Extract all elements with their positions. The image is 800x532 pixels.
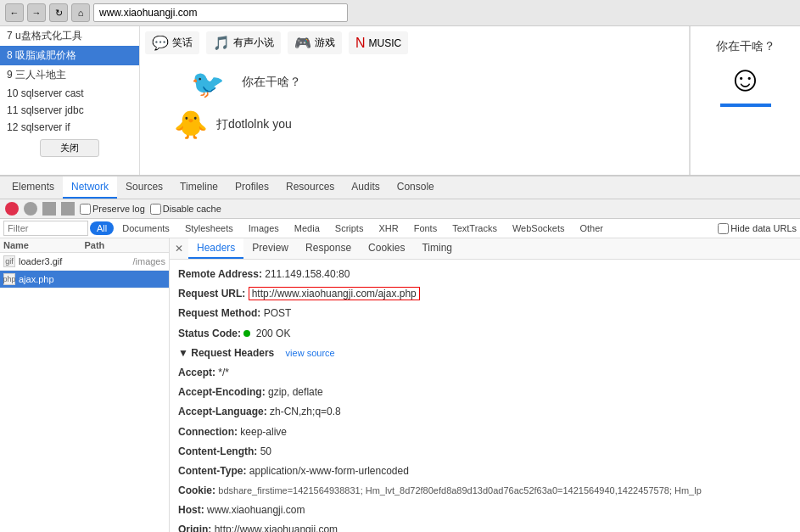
address-bar[interactable] — [93, 3, 348, 22]
tab-audits[interactable]: Audits — [343, 176, 388, 199]
category-item-audio: 🎵 有声小说 — [206, 31, 281, 54]
header-content-type: Content-Type: application/x-www-form-url… — [178, 462, 792, 481]
sidebar-item-9[interactable]: 9 三人斗地主 — [0, 65, 139, 85]
detail-close-button[interactable]: ✕ — [170, 241, 188, 256]
remote-address-value: 211.149.158.40:80 — [265, 268, 350, 280]
filter-tab-all[interactable]: All — [90, 221, 114, 235]
header-accept-label: Accept: — [178, 367, 215, 378]
col-path: Path — [85, 240, 166, 250]
request-method-label: Request Method: — [178, 307, 260, 319]
duck-emoji: 🐥 — [174, 109, 208, 141]
nav-bar: ← → ↻ ⌂ — [0, 0, 800, 26]
music-icon: N — [355, 36, 366, 51]
file-icon-php: php — [3, 273, 15, 285]
clear-button[interactable] — [24, 202, 37, 216]
category-label-music: MUSIC — [369, 37, 402, 49]
network-item-loader[interactable]: gif loader3.gif /images — [0, 253, 169, 271]
file-icon-gif: gif — [3, 255, 15, 267]
filter-tab-stylesheets[interactable]: Stylesheets — [178, 221, 240, 235]
status-code-row: Status Code: 200 OK — [178, 324, 792, 344]
header-accept-encoding: Accept-Encoding: gzip, deflate — [178, 383, 792, 402]
audio-icon: 🎵 — [213, 35, 230, 51]
hide-data-urls-label: Hide data URLs — [718, 223, 797, 234]
header-host: Host: www.xiaohuangji.com — [178, 501, 792, 520]
filter-tab-images[interactable]: Images — [242, 221, 286, 235]
header-origin: Origin: http://www.xiaohuangji.com — [178, 520, 792, 532]
filter-tab-websockets[interactable]: WebSockets — [506, 221, 572, 235]
filter-tab-media[interactable]: Media — [288, 221, 327, 235]
duck-area: 🐥 打dotlolnk you — [140, 109, 689, 141]
sidebar-item-11[interactable]: 11 sqlserver jdbc — [0, 102, 139, 119]
filter-tab-xhr[interactable]: XHR — [372, 221, 405, 235]
question-text: 你在干啥？ — [716, 39, 775, 54]
tab-sources[interactable]: Sources — [117, 176, 171, 199]
tab-network[interactable]: Network — [63, 176, 117, 199]
tab-elements[interactable]: Elements — [3, 176, 63, 199]
sidebar-item-8[interactable]: 8 吸脂减肥价格 — [0, 46, 139, 65]
page-area: 7 u盘格式化工具 8 吸脂减肥价格 9 三人斗地主 10 sqlserver … — [0, 26, 800, 175]
chat-icon: 💬 — [152, 35, 169, 51]
view-source-link[interactable]: view source — [286, 348, 335, 358]
sidebar-item-10[interactable]: 10 sqlserver cast — [0, 85, 139, 102]
category-label-chat: 笑话 — [172, 36, 193, 50]
network-filter-bar: All Documents Stylesheets Images Media S… — [0, 219, 800, 238]
header-content-type-label: Content-Type: — [178, 465, 246, 477]
smile-face: ☺ — [727, 61, 764, 97]
filter-tab-fonts[interactable]: Fonts — [407, 221, 445, 235]
status-code-label: Status Code: — [178, 328, 241, 339]
sidebar-item-12[interactable]: 12 sqlserver if — [0, 119, 139, 136]
filter-tab-texttracks[interactable]: TextTracks — [445, 221, 504, 235]
devtools-toolbar: Preserve log Disable cache — [0, 199, 800, 219]
disable-cache-checkbox[interactable] — [150, 204, 161, 215]
game-icon: 🎮 — [294, 35, 311, 51]
blue-bar — [720, 104, 771, 107]
record-button[interactable] — [5, 202, 19, 216]
detail-tab-response[interactable]: Response — [297, 238, 360, 259]
header-origin-value: http://www.xiaohuangji.com — [215, 524, 338, 532]
category-item-game: 🎮 游戏 — [288, 31, 342, 54]
sidebar: 7 u盘格式化工具 8 吸脂减肥价格 9 三人斗地主 10 sqlserver … — [0, 26, 140, 175]
dot-text: 打dotlolnk you — [216, 117, 292, 132]
header-content-type-value: application/x-www-form-urlencoded — [249, 465, 409, 477]
refresh-button[interactable]: ↻ — [49, 3, 68, 22]
close-button[interactable]: 关闭 — [40, 139, 99, 157]
remote-address-label: Remote Address: — [178, 268, 262, 280]
sidebar-item-7[interactable]: 7 u盘格式化工具 — [0, 26, 139, 46]
network-item-name-ajax: ajax.php — [19, 274, 54, 284]
header-connection-label: Connection: — [178, 426, 238, 438]
category-item-chat: 💬 笑话 — [145, 31, 199, 54]
preserve-log-checkbox[interactable] — [80, 204, 91, 215]
page-content: 💬 笑话 🎵 有声小说 🎮 游戏 N MUSIC 🐦 你在干啥？ 🐥 打dotl… — [140, 26, 690, 175]
network-item-ajax[interactable]: php ajax.php — [0, 271, 169, 288]
header-accept-language-label: Accept-Language: — [178, 406, 267, 417]
devtools-tabs-bar: Elements Network Sources Timeline Profil… — [0, 176, 800, 199]
request-url-value: http://www.xiaohuangji.com/ajax.php — [249, 287, 420, 300]
tab-timeline[interactable]: Timeline — [171, 176, 227, 199]
header-content-length-value: 50 — [260, 445, 271, 457]
filter-input[interactable] — [3, 221, 88, 236]
detail-tab-timing[interactable]: Timing — [413, 238, 461, 259]
hide-data-urls-checkbox[interactable] — [718, 223, 729, 234]
back-button[interactable]: ← — [5, 3, 24, 22]
list-icon[interactable] — [61, 202, 75, 216]
tab-console[interactable]: Console — [389, 176, 443, 199]
detail-tab-headers[interactable]: Headers — [188, 238, 243, 259]
filter-tab-scripts[interactable]: Scripts — [328, 221, 371, 235]
category-label-audio: 有声小说 — [233, 36, 274, 50]
tab-resources[interactable]: Resources — [277, 176, 343, 199]
filter-icon[interactable] — [42, 202, 56, 216]
header-cookie-label: Cookie: — [178, 484, 215, 496]
detail-tab-cookies[interactable]: Cookies — [360, 238, 413, 259]
filter-tab-documents[interactable]: Documents — [115, 221, 176, 235]
request-url-label: Request URL: — [178, 288, 245, 300]
header-connection: Connection: keep-alive — [178, 423, 792, 442]
network-list: Name Path gif loader3.gif /images php aj… — [0, 238, 800, 532]
home-button[interactable]: ⌂ — [71, 3, 90, 22]
detail-tab-preview[interactable]: Preview — [243, 238, 297, 259]
detail-panel-header: ✕ Headers Preview Response Cookies Timin… — [170, 238, 800, 260]
network-item-path-loader: /images — [132, 256, 165, 266]
forward-button[interactable]: → — [27, 3, 46, 22]
tab-profiles[interactable]: Profiles — [227, 176, 277, 199]
filter-tab-other[interactable]: Other — [573, 221, 611, 235]
category-list: 💬 笑话 🎵 有声小说 🎮 游戏 N MUSIC — [140, 26, 689, 59]
